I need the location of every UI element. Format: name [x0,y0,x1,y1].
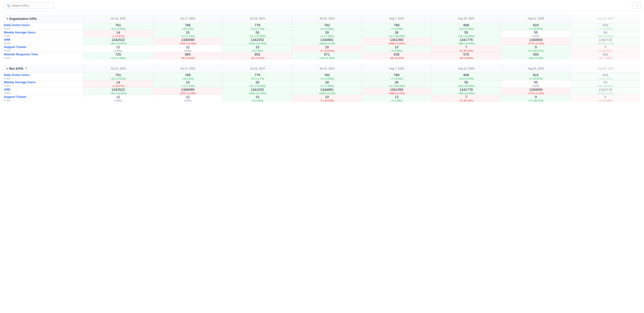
data-cell-1-5: 55 +16 (+41.03%) [432,30,501,38]
edit-icon[interactable]: ✎ [24,67,27,70]
data-cell-2-5: 1341776 +383 (+0.03%) [432,88,501,95]
cell-change: +13 (+1.7%) [222,28,292,30]
cell-change: -3488 (-0.26%) [362,92,432,95]
cell-change: 0 (0%) [153,99,222,102]
data-cell-0-5: 808 +19 (+2.41%) [432,23,501,30]
kpi-visibility-1: Public [4,84,83,87]
cell-value: 15 [153,31,222,34]
cell-value: 1344881 [292,38,362,42]
cell-change: 0 (0%) [84,49,153,52]
chevron-icon: ▾ [7,68,8,70]
cell-value: 789 [362,73,432,77]
data-cell-2-3: 1344881 +2629 (+0.2%) [292,88,362,95]
cell-value: 1342252 [222,38,292,42]
kpi-name-1[interactable]: Weekly Average Users [4,31,83,34]
cell-change: -60 (-9.45%) [432,57,501,60]
cell-change: -2432 (-0.18%) [153,92,222,95]
data-cell-3-2: 15 +3 (+25%) [222,95,292,102]
chevron-icon: ↕ [636,4,638,7]
kpi-name-3[interactable]: Support Tickets [4,45,83,49]
cell-value: 815 [501,23,571,27]
cell-change: +2 (+28.57%) [501,49,571,52]
cell-value: 12 [84,45,153,49]
data-cell-2-6: 1340000 -1776 (-0.13%) [501,88,571,95]
data-cell-3-3: 10 -5 (-33.33%) [292,95,362,102]
data-cell-1-6: 55 0 (0%) [501,30,571,38]
column-header-7: Aug 28, 2023 [571,64,640,73]
cell-change: -6 (-46.15%) [432,99,501,102]
cell-change: -5 (-33.33%) [292,49,362,52]
kpi-name-0[interactable]: Daily Active Users [4,73,83,77]
cell-value: 671 [292,52,362,56]
cell-change: -4 (-44.44%) [571,99,640,102]
kpi-visibility-2: Public [4,92,83,94]
cell-change: -1 (-6.67%) [84,85,153,87]
kpi-label-3: Support Tickets Public [4,95,84,102]
cell-value: 10 [292,95,362,99]
kpi-name-0[interactable]: Daily Active Users [4,23,83,27]
column-header-2: Jul 24, 2023 [222,15,292,23]
kpi-name-2[interactable]: ARR [4,88,83,91]
data-cell-0-5: 808 +19 (+2.41%) [432,73,501,80]
data-cell-1-1: 15 +1 (+7.14%) [153,80,222,88]
kpi-label-0: Daily Active Users Public [4,23,84,30]
cell-change: -3488 (-0.26%) [362,42,432,45]
table-row: Daily Active Users Public 751 +31 (+4.31… [4,73,640,80]
kpi-name-1[interactable]: Weekly Average Users [4,81,83,84]
table-row: Support Tickets Public 12 0 (0%) 12 0 (0… [4,45,640,52]
cell-value: 593 [501,52,571,56]
group-toggle-rev-kpis[interactable]: ▾ Rev KPIS [7,67,23,70]
kpi-name-2[interactable]: ARR [4,38,83,41]
column-header-4: Aug 7, 2023 [362,15,432,23]
cell-value: 1342718 [571,38,640,42]
data-cell-3-4: 13 +3 (+30%) [362,45,432,52]
data-cell-1-2: 26 +11 (+73.33%) [222,80,292,88]
kpi-name-4[interactable]: Website Response Time [4,53,83,56]
data-cell-3-7: 5 -4 (-44.44%) [571,95,640,102]
group-toggle-org-kpis[interactable]: ▾ Organization KPIs [7,17,37,21]
table-row: ARR Public 1342522 +161 (+0.01%) 1340090… [4,88,640,95]
cell-value: 653 [222,52,292,56]
cell-value: 12 [153,95,222,99]
cell-change: -32 (-4.67%) [222,57,292,60]
data-cell-4-7: 550 -43 (-7.25%) [571,52,640,60]
data-cell-1-1: 15 +1 (+7.14%) [153,30,222,38]
tables-container: ▾ Organization KPIsJul 10, 2023Jul 17, 2… [4,14,640,102]
cell-value: 782 [292,73,362,77]
cell-value: 1342718 [571,88,640,92]
data-cell-4-2: 653 -32 (-4.67%) [222,52,292,60]
data-cell-3-2: 15 +3 (+25%) [222,45,292,52]
cell-value: 815 [501,73,571,77]
cell-change: +2162 (+0.16%) [222,42,292,45]
data-cell-1-5: 55 +16 (+41.03%) [432,80,501,88]
cell-change: +3 (+30%) [362,49,432,52]
cell-change: +18 (+2.76%) [292,57,362,60]
kpi-visibility-3: Public [4,99,83,102]
column-header-1: Jul 17, 2023 [153,15,222,23]
column-header-3: Jul 31, 2023 [292,15,362,23]
cell-change: +16 (+41.03%) [432,85,501,87]
page-header: 🔍 ↕ [0,0,644,12]
cell-value: 14 [84,31,153,34]
period-selector[interactable]: ↕ [632,3,640,9]
search-box[interactable]: 🔍 [4,2,54,9]
kpi-label-2: ARR Public [4,38,84,45]
kpi-name-3[interactable]: Support Tickets [4,95,83,99]
cell-value: 5 [571,45,640,49]
table-row: Weekly Average Users Public 14 -1 (-6.67… [4,80,640,88]
cell-value: 1342522 [84,38,153,42]
search-input[interactable] [12,4,51,7]
cell-change: +19 (+2.41%) [432,77,501,80]
cell-value: 808 [432,23,501,27]
data-cell-0-4: 789 +7 (+0.9%) [362,73,432,80]
cell-change: +11 (+73.33%) [222,85,292,87]
cell-change: -1776 (-0.13%) [501,42,571,45]
cell-change: +38 (+69.09%) [571,35,640,38]
kpi-visibility-2: Public [4,42,83,45]
kpi-label-3: Support Tickets Public [4,45,84,52]
cell-change: +3 (+0.39%) [292,77,362,80]
cell-value: 818 [571,73,640,77]
kpi-visibility-4: Public [4,57,83,59]
cell-value: 789 [362,23,432,27]
cell-value: 808 [432,73,501,77]
